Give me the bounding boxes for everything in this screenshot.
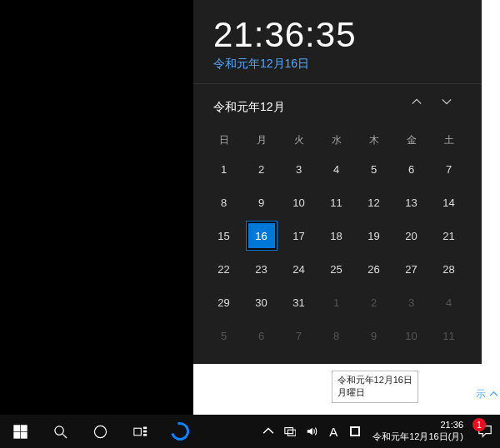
- calendar-day[interactable]: 10: [392, 319, 430, 352]
- calendar-day[interactable]: 19: [355, 219, 392, 252]
- calendar-day[interactable]: 24: [280, 252, 318, 286]
- calendar-day[interactable]: 31: [280, 286, 318, 319]
- calendar-day[interactable]: 9: [242, 186, 280, 219]
- ime-mode-indicator[interactable]: A: [322, 415, 344, 448]
- calendar-day[interactable]: 13: [392, 186, 430, 219]
- calendar-day[interactable]: 29: [205, 286, 242, 319]
- calendar-day[interactable]: 8: [318, 319, 355, 352]
- clock-date-link[interactable]: 令和元年12月16日: [213, 57, 462, 72]
- start-button[interactable]: [0, 415, 40, 448]
- calendar-day[interactable]: 18: [318, 219, 355, 252]
- next-month-button[interactable]: [432, 96, 462, 119]
- calendar-day[interactable]: 30: [242, 286, 280, 319]
- calendar-day[interactable]: 2: [242, 152, 280, 186]
- calendar-day[interactable]: 15: [205, 219, 242, 252]
- tray-clock[interactable]: 21:36 令和元年12月16日(月): [366, 420, 470, 443]
- edge-browser-button[interactable]: [160, 415, 200, 448]
- calendar-day[interactable]: 5: [205, 319, 242, 352]
- search-button[interactable]: [40, 415, 80, 448]
- weekday-header: 火: [280, 127, 318, 152]
- calendar-day[interactable]: 21: [430, 219, 468, 252]
- task-view-button[interactable]: [120, 415, 160, 448]
- svg-rect-9: [142, 430, 146, 432]
- prev-month-button[interactable]: [402, 96, 432, 119]
- svg-rect-7: [133, 428, 141, 436]
- system-tray: A 21:36 令和元年12月16日(月) 1: [258, 415, 500, 448]
- calendar-day[interactable]: 7: [280, 319, 318, 352]
- clock-time: 21:36:35: [213, 15, 462, 55]
- date-tooltip: 令和元年12月16日 月曜日: [332, 371, 418, 403]
- calendar-day[interactable]: 11: [430, 319, 468, 352]
- calendar-day[interactable]: 27: [392, 252, 430, 286]
- calendar-day[interactable]: 9: [355, 319, 392, 352]
- weekday-header: 金: [392, 127, 430, 152]
- svg-rect-14: [352, 428, 358, 435]
- svg-point-6: [94, 426, 106, 437]
- notification-badge: 1: [472, 418, 486, 431]
- weekday-header: 水: [318, 127, 355, 152]
- calendar-day[interactable]: 3: [280, 152, 318, 186]
- calendar-day[interactable]: 22: [205, 252, 242, 286]
- cortana-button[interactable]: [80, 415, 120, 448]
- svg-rect-8: [142, 426, 146, 429]
- calendar-day[interactable]: 14: [430, 186, 468, 219]
- tooltip-line1: 令和元年12月16日: [338, 374, 412, 386]
- weekday-header: 日: [205, 127, 242, 152]
- taskbar: A 21:36 令和元年12月16日(月) 1: [0, 415, 500, 448]
- calendar-day[interactable]: 7: [430, 152, 468, 186]
- calendar-day[interactable]: 2: [355, 286, 392, 319]
- calendar-day[interactable]: 20: [392, 219, 430, 252]
- tray-overflow-button[interactable]: [258, 415, 279, 448]
- calendar-day[interactable]: 5: [355, 152, 392, 186]
- weekday-header: 木: [355, 127, 392, 152]
- calendar-day[interactable]: 17: [280, 219, 318, 252]
- svg-rect-0: [13, 425, 19, 431]
- svg-rect-2: [13, 432, 19, 438]
- tray-clock-date: 令和元年12月16日(月): [372, 431, 463, 443]
- hide-agenda-label: 示: [476, 387, 486, 401]
- taskbar-left: [0, 415, 200, 448]
- edge-icon: [168, 419, 192, 444]
- desktop-background: [0, 0, 193, 415]
- svg-rect-11: [285, 428, 293, 434]
- calendar-day-today[interactable]: 16: [242, 219, 280, 252]
- calendar-grid: 日月火水木金土 12345678910111213141516171819202…: [193, 127, 482, 357]
- calendar-day[interactable]: 26: [355, 252, 392, 286]
- tooltip-line2: 月曜日: [338, 386, 412, 399]
- calendar-day[interactable]: 11: [318, 186, 355, 219]
- hide-agenda-link[interactable]: 示: [476, 387, 498, 401]
- calendar-day[interactable]: 12: [355, 186, 392, 219]
- calendar-day[interactable]: 8: [205, 186, 242, 219]
- calendar-header: 令和元年12月: [193, 84, 482, 127]
- svg-rect-12: [288, 430, 297, 436]
- calendar-day[interactable]: 4: [430, 286, 468, 319]
- weekday-header: 月: [242, 127, 280, 152]
- calendar-day[interactable]: 6: [242, 319, 280, 352]
- ime-pad-icon[interactable]: [344, 415, 366, 448]
- tray-clock-time: 21:36: [372, 420, 463, 431]
- weekday-header: 土: [430, 127, 468, 152]
- calendar-day[interactable]: 23: [242, 252, 280, 286]
- calendar-day[interactable]: 10: [280, 186, 318, 219]
- calendar-day[interactable]: 28: [430, 252, 468, 286]
- clock-calendar-flyout: 21:36:35 令和元年12月16日 令和元年12月 日月火水木金土 1234…: [193, 0, 482, 364]
- svg-rect-3: [21, 432, 27, 438]
- action-center-button[interactable]: 1: [470, 415, 500, 448]
- svg-line-5: [62, 434, 67, 438]
- calendar-day[interactable]: 4: [318, 152, 355, 186]
- svg-rect-1: [21, 425, 27, 431]
- calendar-day[interactable]: 25: [318, 252, 355, 286]
- clock-area: 21:36:35 令和元年12月16日: [193, 0, 482, 84]
- calendar-day[interactable]: 3: [392, 286, 430, 319]
- volume-icon[interactable]: [301, 415, 322, 448]
- calendar-title[interactable]: 令和元年12月: [213, 100, 402, 115]
- calendar-day[interactable]: 6: [392, 152, 430, 186]
- calendar-day[interactable]: 1: [205, 152, 242, 186]
- network-icon[interactable]: [279, 415, 301, 448]
- calendar-day[interactable]: 1: [318, 286, 355, 319]
- svg-rect-10: [142, 434, 146, 436]
- svg-point-4: [54, 426, 62, 434]
